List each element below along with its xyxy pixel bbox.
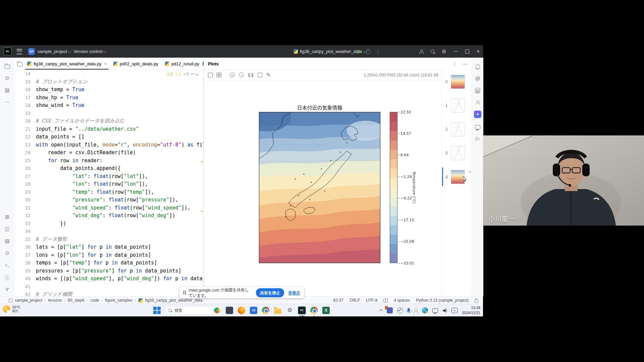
run-tool-icon[interactable]: ▷ <box>474 135 481 142</box>
code-line[interactable]: 26 data_points.append({ <box>14 165 204 173</box>
debug-button[interactable] <box>366 49 370 54</box>
thumbnail-close-icon[interactable]: × <box>469 170 471 174</box>
hide-link[interactable]: 非表示 <box>288 290 300 296</box>
code-line[interactable]: 32 "wind_deg": float(row["wind_deg"]) <box>14 212 204 220</box>
teams-tray-icon[interactable] <box>387 307 393 313</box>
fit-to-window-icon[interactable] <box>208 73 213 77</box>
commit-tool-icon[interactable]: ⊙ <box>4 74 11 82</box>
inspection-widget[interactable]: ⚠2 ⚠1 ✓2 <box>167 72 198 76</box>
breadcrumb-item[interactable]: 60_step6 <box>68 298 84 303</box>
display-tray-icon[interactable] <box>432 308 438 313</box>
tab-pd12[interactable]: pd12_isnull.py <box>162 58 203 70</box>
fit-content-icon[interactable] <box>258 73 262 77</box>
stop-sharing-button[interactable]: 共有を停止 <box>256 288 284 297</box>
line-separator[interactable]: CRLF <box>350 298 360 303</box>
code-line[interactable]: 15# プロットオプション <box>14 78 204 86</box>
caret-position[interactable]: 62:37 <box>333 298 343 303</box>
code-line[interactable]: 18show_wind = True <box>14 102 204 110</box>
code-line[interactable]: 28 "lon": float(row["lon"]), <box>14 180 204 188</box>
breadcrumb-item[interactable]: sample_project <box>15 298 42 303</box>
tool-window-options-icon[interactable]: ⋮ <box>452 61 457 66</box>
taskbar-search[interactable]: 検索 <box>165 306 222 315</box>
code-line[interactable]: 39pressures = [p["pressure"] for p in da… <box>14 267 204 275</box>
windows-tool-icon[interactable]: ⊞ <box>4 213 11 221</box>
readonly-lock-icon[interactable] <box>475 300 478 303</box>
more-actions-button[interactable]: ⋮ <box>376 49 380 54</box>
chrome-icon[interactable] <box>261 306 270 315</box>
git-branch-icon[interactable]: ϒ <box>4 286 11 293</box>
edit-pencil-icon[interactable]: ✎ <box>266 72 271 78</box>
window-maximize-button[interactable] <box>465 50 469 54</box>
terminal-tool-icon[interactable]: >_ <box>4 261 11 269</box>
file-encoding[interactable]: UTF-8 <box>366 298 377 303</box>
thumbnail-image[interactable] <box>451 99 465 113</box>
ime-icon[interactable]: A <box>451 308 458 313</box>
gradle-users-icon[interactable] <box>474 99 481 106</box>
more-tools-icon[interactable]: ⋯ <box>4 99 11 106</box>
code-line[interactable]: 34 <box>14 228 204 236</box>
plot-thumbnail-4[interactable]: 4× <box>442 165 472 189</box>
breadcrumb-item[interactable]: fig38_cartpy_plot_weather_data <box>145 298 203 303</box>
tab-fig38[interactable]: fig38_cartpy_plot_weather_data.py × <box>24 58 110 70</box>
tool-window-hide-icon[interactable]: — <box>463 61 467 66</box>
code-line[interactable]: 38temps = [p["temp"] for p in data_point… <box>14 259 204 267</box>
close-icon[interactable]: × <box>104 61 107 66</box>
main-menu-icon[interactable] <box>17 49 22 54</box>
chrome-2-icon[interactable] <box>310 306 318 315</box>
coverage-tool-icon[interactable]: ◫ <box>4 225 11 233</box>
code-line[interactable]: 29 "temp": float(row["temp"]), <box>14 188 204 196</box>
breadcrumb-item[interactable]: code <box>90 298 99 303</box>
thumbnail-image[interactable] <box>451 146 465 160</box>
plot-thumbnail-2[interactable]: 2 <box>442 117 472 141</box>
code-line[interactable]: 17show_hp = True <box>14 94 204 102</box>
code-line[interactable]: 40winds = [(p["wind_speed"], p["wind_deg… <box>14 275 204 283</box>
project-badge[interactable]: SP <box>28 48 35 55</box>
breadcrumb-item[interactable]: figure_samples <box>105 298 132 303</box>
settings-gear-icon[interactable]: ⚙ <box>442 49 446 55</box>
select-opened-file-icon[interactable] <box>17 60 22 67</box>
project-selector[interactable]: sample_project <box>38 49 71 54</box>
ai-chat-active-icon[interactable]: ✦ <box>474 111 481 118</box>
edge-tray-icon[interactable] <box>422 307 428 313</box>
tab-pd02[interactable]: pd02_split_deals.py <box>110 58 162 70</box>
taskbar-clock[interactable]: 13:28 2024/12/21 <box>462 305 480 315</box>
onenote-tray-icon[interactable] <box>397 307 403 313</box>
plot-thumbnail-3[interactable]: 3 <box>442 141 472 165</box>
firefox-icon[interactable] <box>237 306 246 315</box>
code-line[interactable]: 25 for row in reader: <box>14 157 204 165</box>
run-config-selector[interactable]: fig38_cartpy_plot_weather_data <box>293 49 366 54</box>
problems-tool-icon[interactable]: ⊙ <box>4 249 11 257</box>
pycharm-taskbar-icon[interactable]: PC <box>298 306 306 315</box>
breadcrumb-item[interactable]: lessons <box>48 298 62 303</box>
code-line[interactable]: 16show_temp = True <box>14 86 204 94</box>
code-line[interactable]: 21input_file = "../data/weather.csv" <box>14 125 204 133</box>
zoom-in-icon[interactable]: + <box>230 72 235 77</box>
packages-tool-icon[interactable]: ▤ <box>4 237 11 245</box>
code-editor[interactable]: 1415# プロットオプション16show_temp = True17show_… <box>14 70 204 297</box>
chat-tool-icon[interactable] <box>474 123 481 130</box>
project-tool-icon[interactable] <box>4 62 11 70</box>
structure-tool-icon[interactable]: ▤ <box>4 86 11 94</box>
info-tool-icon[interactable]: ⓘ <box>4 274 11 281</box>
plot-thumbnail-1[interactable]: 1 <box>442 94 472 117</box>
tray-overflow-chevron-icon[interactable] <box>379 309 383 313</box>
code-line[interactable]: 37lons = [p["lon"] for p in data_points] <box>14 251 204 259</box>
excel-icon[interactable]: X <box>322 306 330 315</box>
code-line[interactable]: 33 }) <box>14 220 204 228</box>
code-line[interactable]: 35# データ整形 <box>14 236 204 244</box>
mail-icon[interactable]: ✉ <box>249 306 258 315</box>
database-tool-icon[interactable] <box>474 86 481 94</box>
indent-style[interactable]: 4 spaces <box>394 298 410 303</box>
column-mode-icon[interactable] <box>383 299 388 302</box>
vcs-menu[interactable]: Version control <box>73 49 106 54</box>
actual-size-button[interactable]: 1:1 <box>248 73 254 77</box>
window-close-button[interactable]: × <box>477 50 480 53</box>
code-line[interactable]: 24 reader = csv.DictReader(file) <box>14 149 204 157</box>
file-explorer-icon[interactable] <box>273 306 282 315</box>
search-everywhere-icon[interactable] <box>431 50 434 53</box>
next-problem-icon[interactable] <box>196 72 199 75</box>
code-line[interactable]: 42# グリッド補間 <box>14 291 204 297</box>
thumbnail-image[interactable] <box>451 122 465 136</box>
thumbnail-image[interactable] <box>451 75 465 89</box>
ai-assistant-icon[interactable]: @ <box>474 74 481 82</box>
